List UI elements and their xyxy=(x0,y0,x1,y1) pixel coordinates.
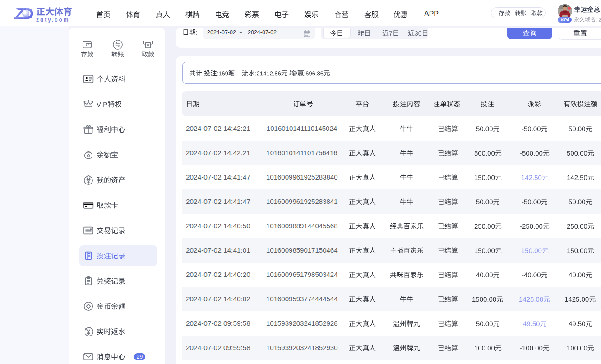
svg-text:VIP4: VIP4 xyxy=(560,18,569,22)
